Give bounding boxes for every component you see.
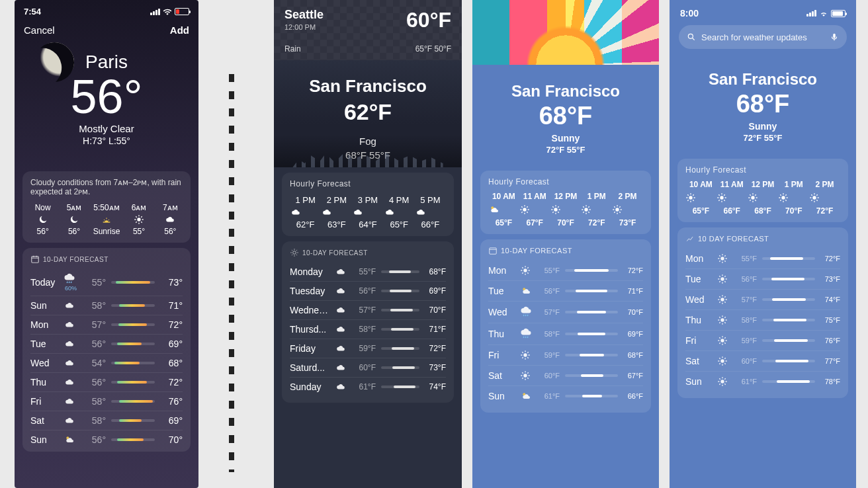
- hourly-cell[interactable]: 6ᴀᴍ 55°: [126, 203, 151, 236]
- day-row[interactable]: Tue 56°F 71°F: [488, 280, 643, 301]
- hourly-cell[interactable]: Now 56°: [30, 203, 55, 236]
- day-row[interactable]: Sat 60°F 77°F: [685, 350, 840, 371]
- day-row[interactable]: Tue 56° 69°: [30, 334, 183, 353]
- day-row[interactable]: Sat 60°F 67°F: [488, 365, 643, 386]
- hourly-card[interactable]: Hourly Forecast 10 AM 65°F 11 AM 66°F 12…: [677, 159, 848, 222]
- ten-day-card[interactable]: 10-DAY FORECAST Mon 55°F 72°F Tue 56°F 7…: [480, 239, 651, 413]
- day-row[interactable]: Fri 58° 76°: [30, 391, 183, 411]
- mic-icon[interactable]: [830, 32, 839, 42]
- day-row[interactable]: Wed 57°F 74°F: [685, 289, 840, 309]
- hourly-card[interactable]: Cloudy conditions from 7ᴀᴍ–2ᴘᴍ, with rai…: [22, 171, 191, 243]
- cancel-button[interactable]: Cancel: [24, 24, 55, 36]
- day-row[interactable]: Thu 58°F 69°F: [488, 323, 643, 345]
- day-row[interactable]: Mon 55°F 72°F: [685, 249, 840, 268]
- temp-range-bar: [111, 323, 155, 326]
- day-row[interactable]: Tuesday 56°F 69°F: [290, 281, 446, 300]
- hourly-cell[interactable]: 1 PM 62°F: [290, 195, 321, 229]
- day-lo: 55°: [83, 277, 106, 288]
- search-field[interactable]: Search for weather updates: [679, 25, 847, 49]
- day-row[interactable]: Fri 59°F 68°F: [488, 345, 643, 365]
- hour-temp: Sunrise: [93, 227, 120, 236]
- day-hi: 73°F: [425, 363, 446, 372]
- sun-icon: [717, 376, 732, 387]
- ten-day-card[interactable]: 10-DAY FORECAST Monday 55°F 68°F Tuesday…: [282, 241, 454, 403]
- day-row[interactable]: Sat 58° 69°: [30, 411, 183, 430]
- svg-point-25: [720, 318, 724, 321]
- hourly-cell[interactable]: 10 AM 65°F: [685, 180, 716, 216]
- temp-range-bar: [111, 304, 155, 307]
- day-row[interactable]: Wednes... 57°F 70°F: [290, 300, 446, 319]
- current-temp: 56°: [15, 73, 198, 120]
- day-row[interactable]: Monday 55°F 68°F: [290, 263, 446, 281]
- hourly-cell[interactable]: 5:50ᴀᴍ Sunrise: [93, 203, 120, 236]
- temp-range-bar: [565, 333, 618, 335]
- hourly-card[interactable]: Hourly Forecast 1 PM 62°F 2 PM 63°F 3 PM…: [282, 173, 454, 236]
- hour-temp: 55°: [126, 227, 151, 236]
- hourly-cell[interactable]: 11 AM 67°F: [519, 192, 550, 227]
- hourly-cell[interactable]: 12 PM 70°F: [550, 192, 582, 227]
- hourly-cell[interactable]: 2 PM 63°F: [321, 195, 352, 229]
- day-row[interactable]: Sun 61°F 78°F: [685, 371, 840, 391]
- add-button[interactable]: Add: [170, 24, 189, 36]
- temp-range-bar: [762, 278, 815, 280]
- ten-day-card[interactable]: 10-DAY FORECAST Today 60% 55° 73° Sun 58…: [22, 248, 191, 452]
- svg-point-19: [751, 196, 754, 199]
- hour-label: 1 PM: [290, 195, 321, 205]
- hourly-cell[interactable]: 11 AM 66°F: [716, 180, 748, 216]
- day-name: Sunday: [290, 382, 329, 392]
- day-row[interactable]: Sun 58° 71°: [30, 296, 183, 315]
- ten-day-card[interactable]: 10 DAY FORECAST Mon 55°F 72°F Tue 56°F 7…: [677, 227, 848, 398]
- hourly-cell[interactable]: 5 PM 66°F: [415, 195, 446, 229]
- day-row[interactable]: Saturd... 60°F 73°F: [290, 358, 446, 377]
- temp-range-bar: [381, 347, 419, 350]
- temp-range-bar: [762, 339, 815, 342]
- day-row[interactable]: Wed 54° 68°: [30, 353, 183, 372]
- hourly-cell[interactable]: 12 PM 68°F: [748, 180, 779, 216]
- hourly-cell[interactable]: 1 PM 70°F: [778, 180, 809, 216]
- day-row[interactable]: Sun 56° 70°: [30, 430, 183, 449]
- day-row[interactable]: Today 60% 55° 73°: [30, 269, 183, 296]
- day-hi: 67°F: [623, 372, 643, 380]
- day-lo: 60°F: [355, 363, 376, 372]
- day-row[interactable]: Friday 59°F 72°F: [290, 339, 446, 358]
- day-row[interactable]: Wed 57°F 70°F: [488, 301, 643, 323]
- cloud-icon: [335, 325, 349, 334]
- day-name: Wed: [488, 307, 515, 317]
- day-hi: 69°F: [425, 286, 446, 296]
- day-row[interactable]: Fri 59°F 76°F: [685, 330, 840, 350]
- day-row[interactable]: Mon 55°F 72°F: [488, 261, 643, 280]
- hourly-cell[interactable]: 4 PM 65°F: [384, 195, 415, 229]
- day-row[interactable]: Mon 57° 72°: [30, 315, 183, 334]
- day-hi: 78°F: [820, 378, 840, 386]
- hourly-cell[interactable]: 1 PM 72°F: [581, 192, 612, 227]
- hourly-cell[interactable]: 5ᴀᴍ 56°: [62, 203, 86, 236]
- day-row[interactable]: Sun 61°F 66°F: [488, 386, 643, 406]
- day-lo: 56°F: [540, 287, 560, 295]
- day-row[interactable]: Thursd... 58°F 71°F: [290, 319, 446, 339]
- hourly-cell[interactable]: 2 PM 73°F: [612, 192, 643, 227]
- cloud-icon: [335, 267, 349, 276]
- hero: San Francisco 68°F Sunny 72°F 55°F: [670, 53, 856, 153]
- hourly-card[interactable]: Hourly Forecast 10 AM 65°F 11 AM 67°F 12…: [480, 171, 651, 234]
- status-icons: [150, 7, 189, 17]
- day-row[interactable]: Sunday 61°F 74°F: [290, 377, 446, 396]
- svg-point-24: [720, 298, 724, 301]
- phone-blue-search: 8:00 Search for weather updates San Fran…: [670, 0, 856, 488]
- hourly-cell[interactable]: 2 PM 72°F: [809, 180, 840, 216]
- day-name: Friday: [290, 343, 329, 354]
- hourly-cell[interactable]: 7ᴀᴍ 56°: [158, 203, 183, 236]
- day-hi: 72°F: [425, 344, 446, 353]
- hourly-cell[interactable]: 10 AM 65°F: [488, 192, 519, 227]
- hourly-cell[interactable]: 3 PM 64°F: [352, 195, 383, 229]
- day-row[interactable]: Thu 58°F 75°F: [685, 309, 840, 330]
- seattle-widget[interactable]: Seattle 12:00 PM 60°F Rain 65°F 50°F: [274, 0, 462, 60]
- sun-icon: [748, 192, 779, 203]
- svg-rect-9: [490, 248, 497, 254]
- hour-label: 10 AM: [488, 192, 519, 201]
- day-row[interactable]: Thu 56° 72°: [30, 372, 183, 391]
- day-row[interactable]: Tue 56°F 73°F: [685, 268, 840, 289]
- svg-point-12: [523, 353, 527, 356]
- temp-range-bar: [381, 328, 419, 331]
- wifi-icon: [163, 7, 172, 17]
- calendar-icon: [488, 246, 498, 255]
